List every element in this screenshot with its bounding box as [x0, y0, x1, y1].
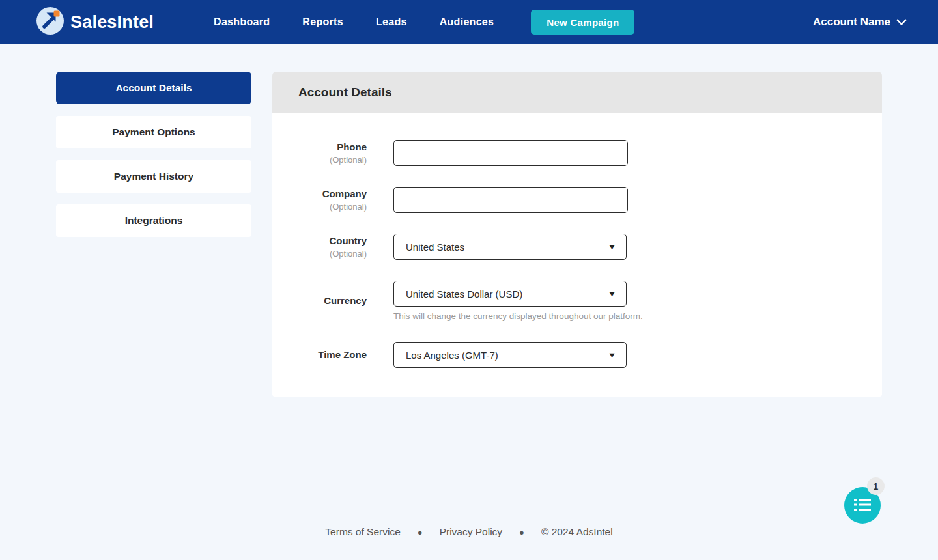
- caret-down-icon: ▼: [608, 351, 617, 359]
- country-label: Country: [298, 235, 367, 247]
- currency-select[interactable]: United States Dollar (USD) ▼: [393, 281, 627, 307]
- currency-helper-text: This will change the currency displayed …: [393, 311, 643, 321]
- country-selected-value: United States: [406, 242, 464, 253]
- company-input[interactable]: [393, 187, 628, 213]
- new-campaign-button[interactable]: New Campaign: [531, 10, 634, 35]
- privacy-policy-link[interactable]: Privacy Policy: [440, 526, 502, 538]
- chat-widget: 1: [844, 487, 881, 524]
- separator-dot: ●: [519, 527, 524, 537]
- nav-dashboard[interactable]: Dashboard: [214, 16, 270, 28]
- nav-audiences[interactable]: Audiences: [440, 16, 494, 28]
- company-label: Company: [298, 188, 367, 201]
- caret-down-icon: ▼: [608, 243, 617, 251]
- account-details-panel: Account Details Phone (Optional) Company…: [272, 72, 882, 397]
- chat-unread-badge[interactable]: 1: [867, 477, 885, 495]
- sidebar-item-account-details[interactable]: Account Details: [56, 72, 251, 104]
- copyright-text: © 2024 AdsIntel: [541, 526, 613, 538]
- currency-selected-value: United States Dollar (USD): [406, 288, 522, 300]
- timezone-select[interactable]: Los Angeles (GMT-7) ▼: [393, 342, 627, 368]
- brand-name: SalesIntel: [70, 12, 154, 33]
- panel-title: Account Details: [272, 72, 882, 113]
- caret-down-icon: ▼: [608, 290, 617, 298]
- phone-label: Phone: [298, 141, 367, 154]
- phone-input[interactable]: [393, 140, 628, 166]
- account-menu-label: Account Name: [813, 16, 890, 29]
- top-navbar: SalesIntel Dashboard Reports Leads Audie…: [0, 0, 938, 44]
- chevron-down-icon: [896, 16, 907, 29]
- timezone-label: Time Zone: [298, 349, 367, 361]
- country-select[interactable]: United States ▼: [393, 234, 627, 260]
- company-row: Company (Optional): [298, 187, 856, 213]
- phone-optional-note: (Optional): [298, 155, 367, 165]
- terms-of-service-link[interactable]: Terms of Service: [325, 526, 400, 538]
- panel-body: Phone (Optional) Company (Optional): [272, 113, 882, 397]
- sidebar-item-integrations[interactable]: Integrations: [56, 204, 251, 237]
- currency-row: Currency United States Dollar (USD) ▼ Th…: [298, 281, 856, 321]
- list-icon: [854, 497, 871, 514]
- timezone-row: Time Zone Los Angeles (GMT-7) ▼: [298, 342, 856, 368]
- currency-label: Currency: [298, 295, 367, 307]
- timezone-selected-value: Los Angeles (GMT-7): [406, 350, 498, 361]
- separator-dot: ●: [418, 527, 423, 537]
- settings-sidebar: Account Details Payment Options Payment …: [56, 72, 251, 237]
- account-menu[interactable]: Account Name: [813, 16, 907, 29]
- sidebar-item-payment-history[interactable]: Payment History: [56, 160, 251, 193]
- main-layout: Account Details Payment Options Payment …: [0, 44, 938, 397]
- country-optional-note: (Optional): [298, 249, 367, 259]
- country-row: Country (Optional) United States ▼: [298, 234, 856, 260]
- page-footer: Terms of Service ● Privacy Policy ● © 20…: [0, 526, 938, 538]
- sidebar-item-payment-options[interactable]: Payment Options: [56, 116, 251, 148]
- nav-reports[interactable]: Reports: [302, 16, 343, 28]
- brand-logo[interactable]: SalesIntel: [36, 7, 154, 37]
- phone-row: Phone (Optional): [298, 140, 856, 166]
- nav-leads[interactable]: Leads: [376, 16, 407, 28]
- main-nav: Dashboard Reports Leads Audiences: [214, 16, 494, 28]
- company-optional-note: (Optional): [298, 202, 367, 212]
- salesintel-logo-icon: [36, 7, 64, 37]
